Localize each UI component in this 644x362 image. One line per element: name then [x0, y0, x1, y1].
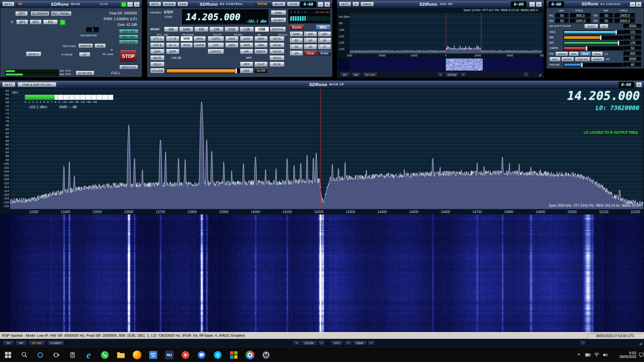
scanner-button[interactable]: SCANNER	[31, 11, 49, 16]
exw-button[interactable]: EXW	[177, 2, 188, 6]
chrome-icon[interactable]	[242, 347, 258, 362]
skype-icon[interactable]: S	[210, 347, 226, 362]
aux-zoom-in-button[interactable]: >	[460, 72, 467, 77]
rsyn-button[interactable]: RSYN2	[255, 2, 270, 6]
pdbpf-button[interactable]: PDBPF	[591, 57, 604, 62]
nr-button[interactable]: NR	[240, 49, 253, 54]
volume-button[interactable]: VOLUME	[150, 68, 165, 73]
vfo-b-button[interactable]: VFO B	[150, 42, 165, 48]
sp1-button[interactable]: SP1	[16, 19, 28, 25]
band-17-button[interactable]: 317	[318, 44, 331, 49]
firefox-icon[interactable]	[129, 347, 145, 362]
rec-panel-button[interactable]: REC PANEL	[51, 11, 72, 16]
nch2-button[interactable]: NCH2	[269, 42, 285, 48]
mute-button[interactable]: MUTE	[150, 55, 165, 61]
band-30-button[interactable]: 130	[290, 44, 303, 49]
qms-button[interactable]: QMS	[150, 49, 165, 54]
deem-off-button[interactable]: OFF	[569, 51, 579, 56]
nr-slider[interactable]	[563, 41, 623, 45]
fms-nr-button[interactable]: FMS-NR	[575, 57, 590, 62]
notifications-icon[interactable]	[638, 347, 644, 362]
edge-icon[interactable]: e	[81, 347, 97, 362]
step-value[interactable]: 5 kHz	[165, 15, 172, 18]
n2-bw-value[interactable]: 50	[555, 18, 569, 23]
cwpk-slider[interactable]	[563, 46, 623, 50]
bands-button[interactable]: Bands	[290, 25, 304, 30]
zap-button[interactable]: ZAP	[208, 42, 224, 48]
n1-freq-value[interactable]: 800,0	[570, 13, 591, 18]
rx-frequency-display[interactable]: 14.205.000 -102,1 dBm	[182, 9, 269, 25]
clear-button[interactable]: Clear	[304, 50, 317, 56]
a-to-b-button[interactable]: A > B	[166, 36, 179, 41]
main-close-button[interactable]: ×	[134, 2, 140, 7]
rx-close-button[interactable]: ×	[324, 2, 330, 7]
volume-slider[interactable]	[166, 69, 240, 73]
aux-waterfall-canvas[interactable]	[338, 58, 544, 71]
tctr-button[interactable]: TCTR	[287, 2, 300, 6]
mainsp-sp-button[interactable]: SP	[3, 340, 14, 346]
main-spectrum-canvas[interactable]	[0, 88, 644, 214]
nch3-button[interactable]: NCH3	[269, 49, 285, 54]
nb-slider[interactable]	[563, 36, 623, 40]
aux-sp-button[interactable]: SP	[340, 72, 350, 77]
mhz-button[interactable]: MHz	[316, 25, 331, 30]
band-80-button[interactable]: 480	[290, 38, 303, 43]
deem-75us-button[interactable]: 75uS	[592, 51, 603, 56]
band-15-button[interactable]: 015	[290, 50, 303, 56]
nch1-button[interactable]: NCH1	[269, 36, 285, 41]
mwfm-notch-button[interactable]: MW/FM	[78, 43, 93, 48]
mainsp-close-button[interactable]: ×	[636, 82, 642, 87]
aux-spwf-button[interactable]: SP+WF	[362, 72, 378, 77]
lc-value[interactable]: 300	[624, 51, 642, 56]
fms-nr-slider[interactable]	[563, 63, 623, 67]
ex-minimize-button[interactable]: −	[630, 2, 636, 7]
media-player-icon[interactable]	[177, 347, 194, 362]
mode-lsb[interactable]: LSB	[240, 27, 254, 32]
rx-minimize-button[interactable]: −	[317, 2, 324, 7]
mainsp-titlebar[interactable]	[0, 81, 644, 88]
mainsp-spwf-button[interactable]: SP+WF	[28, 340, 46, 346]
battery-icon[interactable]	[584, 347, 592, 362]
rms-button[interactable]: RMS	[271, 10, 286, 15]
ex-close-button[interactable]: ×	[636, 2, 642, 7]
mem-pan-button[interactable]: MEM PAN	[119, 65, 138, 69]
filter-2800-button[interactable]: 2800	[225, 42, 239, 48]
whatsapp-icon[interactable]	[97, 347, 113, 362]
sp2-button[interactable]: SP2	[30, 19, 42, 25]
aux-fmaf-button[interactable]: FMAF	[360, 2, 374, 6]
band-630-button[interactable]: 8630	[304, 31, 317, 37]
stop-button[interactable]: STOP	[120, 50, 137, 62]
taskbar-clock[interactable]: 9:53 28/05/2020	[611, 347, 638, 362]
swfm-button[interactable]: SWFM	[194, 42, 206, 48]
mode-am[interactable]: AM	[164, 27, 178, 32]
opt-button[interactable]: OPT	[15, 11, 28, 16]
notepad-plus-icon[interactable]: NU	[161, 347, 177, 362]
hc-value[interactable]: 3000	[624, 57, 642, 61]
search-icon[interactable]	[16, 347, 32, 362]
rx-button[interactable]: RX	[43, 19, 58, 25]
microsoft-store-icon[interactable]	[226, 347, 242, 362]
mctr-button[interactable]: MCTR	[272, 2, 286, 6]
lo-lock-button[interactable]: LO LOCK	[119, 40, 138, 44]
band-20-button[interactable]: 220	[304, 44, 317, 49]
cwpk-button[interactable]: CWPK	[208, 36, 224, 41]
wfm-button[interactable]: WFM	[180, 42, 193, 48]
mainsp-wf-button[interactable]: WF	[15, 340, 27, 346]
mainsp-combo-button[interactable]: COMBO	[47, 340, 65, 346]
aux-wf-button[interactable]: WF	[351, 72, 361, 77]
b-to-a-button[interactable]: B > A	[166, 42, 179, 48]
del-vrx-button[interactable]: DEL VRX	[119, 35, 138, 39]
n3-freq-value[interactable]: 2400,0	[614, 13, 635, 18]
mainsp-info-button[interactable]: i	[579, 340, 586, 346]
network-icon[interactable]	[593, 347, 601, 362]
main-ma-button[interactable]: MA	[16, 2, 25, 6]
vfo-button[interactable]: VFO	[331, 340, 343, 346]
filter-1800-button[interactable]: 1800	[225, 36, 239, 41]
n3-bw-value[interactable]: 50	[600, 13, 613, 18]
rbw-down-button[interactable]: <	[345, 340, 352, 346]
rbw-up-button[interactable]: >	[368, 340, 375, 346]
aux-sett-button[interactable]: SETT.	[339, 2, 351, 6]
mode-sam[interactable]: SAM	[179, 27, 194, 32]
nch4-button[interactable]: NCH4	[269, 55, 285, 61]
enter-button[interactable]: Enter	[318, 50, 331, 56]
